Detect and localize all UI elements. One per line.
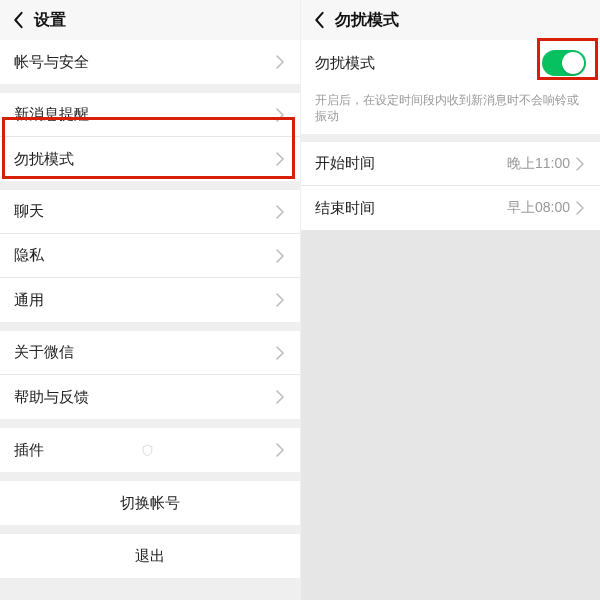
chevron-right-icon [276,443,286,457]
logout-button[interactable]: 退出 [0,534,300,578]
chevron-right-icon [276,346,286,360]
row-label: 聊天 [14,202,276,221]
chevron-right-icon [276,152,286,166]
row-label: 通用 [14,291,276,310]
row-about[interactable]: 关于微信 [0,331,300,375]
header: 设置 [0,0,300,40]
chevron-right-icon [276,293,286,307]
chevron-right-icon [276,249,286,263]
row-label: 关于微信 [14,343,276,362]
row-help-feedback[interactable]: 帮助与反馈 [0,375,300,419]
dnd-description: 开启后，在设定时间段内收到新消息时不会响铃或振动 [301,86,600,134]
toggle-label: 勿扰模式 [315,54,542,73]
switch-account-button[interactable]: 切换帐号 [0,481,300,525]
row-general[interactable]: 通用 [0,278,300,322]
dnd-toggle[interactable] [542,50,586,76]
back-icon[interactable] [309,10,329,30]
chevron-right-icon [276,205,286,219]
chevron-right-icon [576,157,586,171]
row-value: 晚上11:00 [507,155,570,173]
chevron-right-icon [276,108,286,122]
button-label: 退出 [135,547,165,566]
row-label: 新消息提醒 [14,105,276,124]
page-title: 设置 [34,10,66,31]
chevron-right-icon [276,55,286,69]
header: 勿扰模式 [301,0,600,40]
settings-pane: 设置 帐号与安全 新消息提醒 勿扰模式 聊天 [0,0,300,600]
page-title: 勿扰模式 [335,10,399,31]
row-new-message-notify[interactable]: 新消息提醒 [0,93,300,137]
row-label: 插件 [14,441,137,460]
row-label: 帮助与反馈 [14,388,276,407]
row-end-time[interactable]: 结束时间 早上08:00 [301,186,600,230]
chevron-right-icon [276,390,286,404]
row-start-time[interactable]: 开始时间 晚上11:00 [301,142,600,186]
row-label: 开始时间 [315,154,507,173]
shield-icon [141,444,154,457]
row-chat[interactable]: 聊天 [0,190,300,234]
row-label: 勿扰模式 [14,150,276,169]
row-privacy[interactable]: 隐私 [0,234,300,278]
row-value: 早上08:00 [507,199,570,217]
chevron-right-icon [576,201,586,215]
row-label: 帐号与安全 [14,53,276,72]
dnd-pane: 勿扰模式 勿扰模式 开启后，在设定时间段内收到新消息时不会响铃或振动 开始时间 … [300,0,600,600]
row-dnd-mode[interactable]: 勿扰模式 [0,137,300,181]
row-label: 隐私 [14,246,276,265]
button-label: 切换帐号 [120,494,180,513]
dnd-toggle-row: 勿扰模式 [301,40,600,86]
back-icon[interactable] [8,10,28,30]
row-account-security[interactable]: 帐号与安全 [0,40,300,84]
row-label: 结束时间 [315,199,507,218]
row-plugins[interactable]: 插件 [0,428,300,472]
